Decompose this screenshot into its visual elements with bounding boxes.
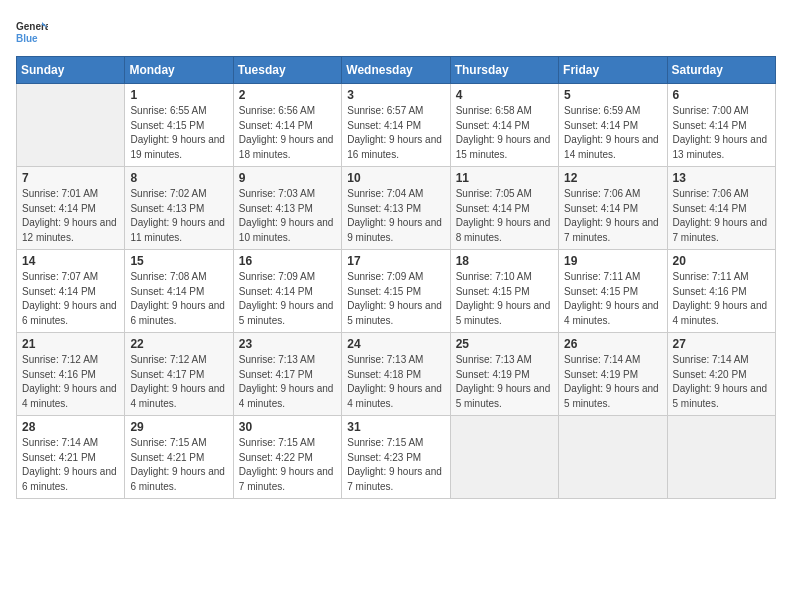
calendar-day-cell: 1 Sunrise: 6:55 AMSunset: 4:15 PMDayligh… bbox=[125, 84, 233, 167]
day-info: Sunrise: 7:13 AMSunset: 4:18 PMDaylight:… bbox=[347, 354, 442, 409]
day-number: 19 bbox=[564, 254, 661, 268]
day-of-week-header: Tuesday bbox=[233, 57, 341, 84]
calendar-day-cell: 8 Sunrise: 7:02 AMSunset: 4:13 PMDayligh… bbox=[125, 167, 233, 250]
day-of-week-header: Sunday bbox=[17, 57, 125, 84]
calendar-week-row: 21 Sunrise: 7:12 AMSunset: 4:16 PMDaylig… bbox=[17, 333, 776, 416]
calendar-day-cell bbox=[667, 416, 775, 499]
day-info: Sunrise: 7:10 AMSunset: 4:15 PMDaylight:… bbox=[456, 271, 551, 326]
day-number: 2 bbox=[239, 88, 336, 102]
calendar-day-cell: 12 Sunrise: 7:06 AMSunset: 4:14 PMDaylig… bbox=[559, 167, 667, 250]
calendar-day-cell: 3 Sunrise: 6:57 AMSunset: 4:14 PMDayligh… bbox=[342, 84, 450, 167]
day-info: Sunrise: 6:57 AMSunset: 4:14 PMDaylight:… bbox=[347, 105, 442, 160]
day-info: Sunrise: 7:08 AMSunset: 4:14 PMDaylight:… bbox=[130, 271, 225, 326]
day-number: 10 bbox=[347, 171, 444, 185]
calendar-day-cell bbox=[450, 416, 558, 499]
day-info: Sunrise: 6:58 AMSunset: 4:14 PMDaylight:… bbox=[456, 105, 551, 160]
day-info: Sunrise: 7:09 AMSunset: 4:15 PMDaylight:… bbox=[347, 271, 442, 326]
day-number: 30 bbox=[239, 420, 336, 434]
calendar-day-cell: 15 Sunrise: 7:08 AMSunset: 4:14 PMDaylig… bbox=[125, 250, 233, 333]
day-info: Sunrise: 7:13 AMSunset: 4:19 PMDaylight:… bbox=[456, 354, 551, 409]
day-info: Sunrise: 7:14 AMSunset: 4:20 PMDaylight:… bbox=[673, 354, 768, 409]
day-number: 16 bbox=[239, 254, 336, 268]
day-number: 12 bbox=[564, 171, 661, 185]
day-info: Sunrise: 7:14 AMSunset: 4:21 PMDaylight:… bbox=[22, 437, 117, 492]
day-info: Sunrise: 7:12 AMSunset: 4:16 PMDaylight:… bbox=[22, 354, 117, 409]
calendar-day-cell: 14 Sunrise: 7:07 AMSunset: 4:14 PMDaylig… bbox=[17, 250, 125, 333]
day-number: 27 bbox=[673, 337, 770, 351]
day-number: 9 bbox=[239, 171, 336, 185]
calendar-day-cell: 31 Sunrise: 7:15 AMSunset: 4:23 PMDaylig… bbox=[342, 416, 450, 499]
day-number: 13 bbox=[673, 171, 770, 185]
calendar-day-cell: 4 Sunrise: 6:58 AMSunset: 4:14 PMDayligh… bbox=[450, 84, 558, 167]
day-info: Sunrise: 7:06 AMSunset: 4:14 PMDaylight:… bbox=[564, 188, 659, 243]
calendar-day-cell: 16 Sunrise: 7:09 AMSunset: 4:14 PMDaylig… bbox=[233, 250, 341, 333]
calendar-day-cell: 20 Sunrise: 7:11 AMSunset: 4:16 PMDaylig… bbox=[667, 250, 775, 333]
calendar-day-cell: 30 Sunrise: 7:15 AMSunset: 4:22 PMDaylig… bbox=[233, 416, 341, 499]
day-info: Sunrise: 7:15 AMSunset: 4:23 PMDaylight:… bbox=[347, 437, 442, 492]
day-info: Sunrise: 7:15 AMSunset: 4:21 PMDaylight:… bbox=[130, 437, 225, 492]
day-number: 17 bbox=[347, 254, 444, 268]
day-number: 14 bbox=[22, 254, 119, 268]
header: General Blue bbox=[16, 16, 776, 48]
calendar-day-cell: 11 Sunrise: 7:05 AMSunset: 4:14 PMDaylig… bbox=[450, 167, 558, 250]
calendar-day-cell: 19 Sunrise: 7:11 AMSunset: 4:15 PMDaylig… bbox=[559, 250, 667, 333]
day-info: Sunrise: 7:13 AMSunset: 4:17 PMDaylight:… bbox=[239, 354, 334, 409]
day-number: 5 bbox=[564, 88, 661, 102]
day-info: Sunrise: 6:55 AMSunset: 4:15 PMDaylight:… bbox=[130, 105, 225, 160]
day-number: 7 bbox=[22, 171, 119, 185]
calendar-day-cell: 13 Sunrise: 7:06 AMSunset: 4:14 PMDaylig… bbox=[667, 167, 775, 250]
day-info: Sunrise: 7:01 AMSunset: 4:14 PMDaylight:… bbox=[22, 188, 117, 243]
day-info: Sunrise: 7:11 AMSunset: 4:16 PMDaylight:… bbox=[673, 271, 768, 326]
day-info: Sunrise: 7:06 AMSunset: 4:14 PMDaylight:… bbox=[673, 188, 768, 243]
day-of-week-header: Monday bbox=[125, 57, 233, 84]
day-number: 3 bbox=[347, 88, 444, 102]
calendar-day-cell: 24 Sunrise: 7:13 AMSunset: 4:18 PMDaylig… bbox=[342, 333, 450, 416]
day-info: Sunrise: 7:11 AMSunset: 4:15 PMDaylight:… bbox=[564, 271, 659, 326]
day-info: Sunrise: 7:02 AMSunset: 4:13 PMDaylight:… bbox=[130, 188, 225, 243]
calendar-day-cell: 5 Sunrise: 6:59 AMSunset: 4:14 PMDayligh… bbox=[559, 84, 667, 167]
day-number: 25 bbox=[456, 337, 553, 351]
calendar-day-cell: 22 Sunrise: 7:12 AMSunset: 4:17 PMDaylig… bbox=[125, 333, 233, 416]
calendar-day-cell: 18 Sunrise: 7:10 AMSunset: 4:15 PMDaylig… bbox=[450, 250, 558, 333]
calendar-day-cell bbox=[17, 84, 125, 167]
day-number: 31 bbox=[347, 420, 444, 434]
calendar-day-cell: 25 Sunrise: 7:13 AMSunset: 4:19 PMDaylig… bbox=[450, 333, 558, 416]
day-of-week-header: Thursday bbox=[450, 57, 558, 84]
day-number: 15 bbox=[130, 254, 227, 268]
calendar-day-cell: 28 Sunrise: 7:14 AMSunset: 4:21 PMDaylig… bbox=[17, 416, 125, 499]
day-of-week-header: Friday bbox=[559, 57, 667, 84]
calendar-week-row: 14 Sunrise: 7:07 AMSunset: 4:14 PMDaylig… bbox=[17, 250, 776, 333]
day-number: 23 bbox=[239, 337, 336, 351]
day-info: Sunrise: 6:56 AMSunset: 4:14 PMDaylight:… bbox=[239, 105, 334, 160]
day-info: Sunrise: 7:09 AMSunset: 4:14 PMDaylight:… bbox=[239, 271, 334, 326]
day-number: 8 bbox=[130, 171, 227, 185]
logo: General Blue bbox=[16, 16, 48, 48]
day-info: Sunrise: 7:05 AMSunset: 4:14 PMDaylight:… bbox=[456, 188, 551, 243]
calendar-week-row: 1 Sunrise: 6:55 AMSunset: 4:15 PMDayligh… bbox=[17, 84, 776, 167]
calendar-table: SundayMondayTuesdayWednesdayThursdayFrid… bbox=[16, 56, 776, 499]
day-number: 29 bbox=[130, 420, 227, 434]
day-number: 24 bbox=[347, 337, 444, 351]
calendar-day-cell: 21 Sunrise: 7:12 AMSunset: 4:16 PMDaylig… bbox=[17, 333, 125, 416]
calendar-week-row: 7 Sunrise: 7:01 AMSunset: 4:14 PMDayligh… bbox=[17, 167, 776, 250]
day-info: Sunrise: 7:07 AMSunset: 4:14 PMDaylight:… bbox=[22, 271, 117, 326]
day-number: 4 bbox=[456, 88, 553, 102]
day-info: Sunrise: 7:12 AMSunset: 4:17 PMDaylight:… bbox=[130, 354, 225, 409]
day-number: 1 bbox=[130, 88, 227, 102]
calendar-day-cell: 9 Sunrise: 7:03 AMSunset: 4:13 PMDayligh… bbox=[233, 167, 341, 250]
calendar-day-cell: 6 Sunrise: 7:00 AMSunset: 4:14 PMDayligh… bbox=[667, 84, 775, 167]
day-info: Sunrise: 7:14 AMSunset: 4:19 PMDaylight:… bbox=[564, 354, 659, 409]
day-number: 22 bbox=[130, 337, 227, 351]
calendar-week-row: 28 Sunrise: 7:14 AMSunset: 4:21 PMDaylig… bbox=[17, 416, 776, 499]
calendar-day-cell: 23 Sunrise: 7:13 AMSunset: 4:17 PMDaylig… bbox=[233, 333, 341, 416]
day-number: 6 bbox=[673, 88, 770, 102]
day-number: 20 bbox=[673, 254, 770, 268]
day-of-week-header: Wednesday bbox=[342, 57, 450, 84]
day-info: Sunrise: 7:03 AMSunset: 4:13 PMDaylight:… bbox=[239, 188, 334, 243]
day-info: Sunrise: 7:00 AMSunset: 4:14 PMDaylight:… bbox=[673, 105, 768, 160]
calendar-day-cell: 26 Sunrise: 7:14 AMSunset: 4:19 PMDaylig… bbox=[559, 333, 667, 416]
svg-text:Blue: Blue bbox=[16, 33, 38, 44]
calendar-day-cell: 10 Sunrise: 7:04 AMSunset: 4:13 PMDaylig… bbox=[342, 167, 450, 250]
calendar-day-cell: 29 Sunrise: 7:15 AMSunset: 4:21 PMDaylig… bbox=[125, 416, 233, 499]
svg-text:General: General bbox=[16, 21, 48, 32]
